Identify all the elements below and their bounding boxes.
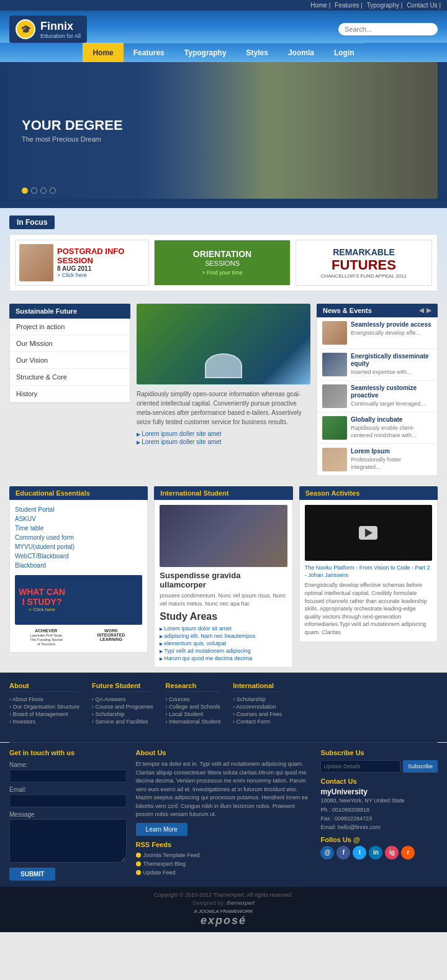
expose-label: exposé [5, 914, 442, 927]
nav-login[interactable]: Login [324, 43, 364, 62]
video-thumbnail[interactable] [305, 505, 432, 561]
news-item-5[interactable]: Lorem Ipsum Professionally foster integr… [317, 444, 437, 476]
footer-intl-accom[interactable]: Accommodation [233, 703, 282, 710]
focus-item-orientation[interactable]: ORIENTATION SESSIONS > Find your time [154, 240, 291, 286]
news-item-3[interactable]: Seamlessly customize proactive Continual… [317, 381, 437, 412]
focus-item-postgrad[interactable]: POSTGRAD INFO SESSION 8 AUG 2011 > Click… [15, 240, 149, 286]
edu-link-blackboard[interactable]: Blackboard [15, 561, 142, 570]
news-item-4[interactable]: Globally incubate Rapidiously enable cli… [317, 412, 437, 444]
left-nav-vision[interactable]: Our Vision [10, 352, 130, 369]
focus-item-remarkable[interactable]: REMARKABLE FUTURES CHANCELLOR'S FUND APP… [296, 240, 432, 286]
topbar-home[interactable]: Home [310, 2, 327, 9]
study-link-4[interactable]: Typi velit ad mutationem adipiscing [160, 647, 287, 655]
hero-dot-2[interactable] [31, 188, 37, 194]
play-button[interactable] [359, 526, 377, 540]
footer-about-board[interactable]: Board of Management [9, 710, 79, 718]
news-prev[interactable]: ◀ [419, 307, 424, 314]
footer-about-org[interactable]: Our Organisation Structure [9, 703, 79, 710]
what-can-box[interactable]: WHAT CANI STUDY? > Click here [15, 575, 142, 625]
footer-intl-header: International [233, 682, 282, 692]
subscribe-input[interactable] [320, 760, 400, 773]
social-facebook-icon[interactable]: f [336, 846, 350, 860]
left-nav-structure[interactable]: Structure & Core [10, 369, 130, 386]
footer-research-local[interactable]: Local Student [166, 710, 221, 718]
submit-button[interactable]: SUBMIT [9, 868, 55, 881]
news-title-1: Seamlessly provide access [351, 321, 431, 329]
header: 🎓 Finnix Education for All [0, 11, 447, 43]
news-item-2[interactable]: Energistically disseminate equity Insert… [317, 349, 437, 381]
study-link-2[interactable]: adipiscing elit. Nam nec beautempus [160, 632, 287, 640]
footer-about-investors[interactable]: Investors [9, 718, 79, 725]
copyright-bar: Copyright © 2010-2012 ThemeXpert, All ri… [0, 887, 447, 932]
rss-item-1[interactable]: Joomla Template Feed [136, 851, 312, 860]
hero-dot-3[interactable] [40, 188, 47, 194]
footer-research-intl[interactable]: International Student [166, 718, 221, 725]
topbar-contact[interactable]: Contact Us [407, 2, 437, 9]
footer-future-course[interactable]: Course and Programes [92, 703, 153, 710]
contact-us-header: Contact Us [320, 778, 438, 785]
nav-features[interactable]: Features [124, 43, 174, 62]
study-link-5[interactable]: Harum qui quod me decima decima [160, 655, 287, 662]
intl-body: Suspendisse gravida ullamcorper posuere … [154, 500, 292, 668]
video-title[interactable]: The Nooku Platform - From Vision to Code… [305, 565, 432, 579]
nav-typography[interactable]: Typography [174, 43, 237, 62]
footer-intl-contact[interactable]: Contact Form [233, 718, 282, 725]
footer-future-scholarship[interactable]: Scholarship [92, 710, 153, 718]
message-textarea[interactable] [9, 819, 127, 863]
news-item-1[interactable]: Seamlessly provide access Energistically… [317, 317, 437, 349]
study-link-3[interactable]: elementum quis, volutpat [160, 640, 287, 647]
subscribe-button[interactable]: Subscribe [403, 760, 438, 773]
left-nav-project[interactable]: Project in action [10, 319, 130, 335]
footer-intl-courses[interactable]: Courses and Fees [233, 710, 282, 718]
study-link-1[interactable]: Lorem ipsum dolor sit amet [160, 625, 287, 632]
left-nav-mission[interactable]: Our Mission [10, 335, 130, 352]
footer-intl-scholarship[interactable]: Scholarship [233, 696, 282, 703]
social-rss-icon[interactable]: r [401, 846, 415, 860]
left-nav-history[interactable]: History [10, 386, 130, 402]
rss-dot-3 [136, 870, 141, 875]
center-link-2[interactable]: Lorem ipsum doller site amet [137, 438, 310, 445]
nav-styles[interactable]: Styles [237, 43, 278, 62]
social-instagram-icon[interactable]: ig [385, 846, 399, 860]
nav-joomla[interactable]: Joomla [278, 43, 324, 62]
social-email-icon[interactable]: @ [320, 846, 334, 860]
nav-home[interactable]: Home [83, 43, 123, 62]
footer-about-finnix[interactable]: About Finnix [9, 696, 79, 703]
edu-link-timetable[interactable]: Time table [15, 524, 142, 533]
center-link-1[interactable]: Lorem ipsum doller site amet [137, 430, 310, 437]
footer-research-college[interactable]: College and Schools [166, 703, 221, 710]
footer-research-courses[interactable]: Cources [166, 696, 221, 703]
what-can-link[interactable]: > Click here [19, 607, 65, 612]
name-input[interactable] [9, 769, 127, 783]
designed-by: Designed by: themexpert [5, 900, 442, 906]
learn-more-button[interactable]: Learn More [136, 823, 187, 836]
orientation-link[interactable]: > Find your time [193, 270, 251, 276]
search-input[interactable] [338, 23, 438, 35]
rss-item-2[interactable]: Themexpert Blog [136, 860, 312, 868]
contact-address: 10080, NewYork, NY United State [320, 796, 438, 805]
hero-dot-4[interactable] [50, 188, 56, 194]
hero-dot-1[interactable] [22, 188, 28, 194]
message-label: Message [9, 811, 127, 818]
search-box[interactable] [338, 23, 438, 35]
edu-link-myvu[interactable]: MYVU(student portal) [15, 542, 142, 551]
contact-form-header: Get in touch with us [9, 749, 127, 756]
rss-item-3[interactable]: Update Feed [136, 868, 312, 877]
edu-link-portal[interactable]: Student Portal [15, 505, 142, 514]
email-input[interactable] [9, 794, 127, 807]
social-linkedin-icon[interactable]: in [369, 846, 382, 860]
topbar-features[interactable]: Features [335, 2, 359, 9]
edu-link-webct[interactable]: WebCT/Blackboard [15, 551, 142, 561]
news-next[interactable]: ▶ [427, 307, 431, 314]
news-title-4: Globally incubate [351, 416, 432, 424]
footer-future-qa[interactable]: QA Answers [92, 696, 153, 703]
postgrad-link[interactable]: > Click here [57, 272, 145, 278]
social-twitter-icon[interactable]: t [353, 846, 366, 860]
footer-future-service[interactable]: Service and Facilitles [92, 718, 153, 725]
edu-link-askuv[interactable]: ASKUV [15, 514, 142, 524]
in-focus-grid: POSTGRAD INFO SESSION 8 AUG 2011 > Click… [9, 234, 438, 291]
topbar-typography[interactable]: Typography [367, 2, 399, 9]
logo[interactable]: 🎓 Finnix Education for All [9, 16, 87, 43]
news-title-3: Seamlessly customize proactive [351, 384, 432, 399]
edu-link-form[interactable]: Commonly used form [15, 533, 142, 542]
